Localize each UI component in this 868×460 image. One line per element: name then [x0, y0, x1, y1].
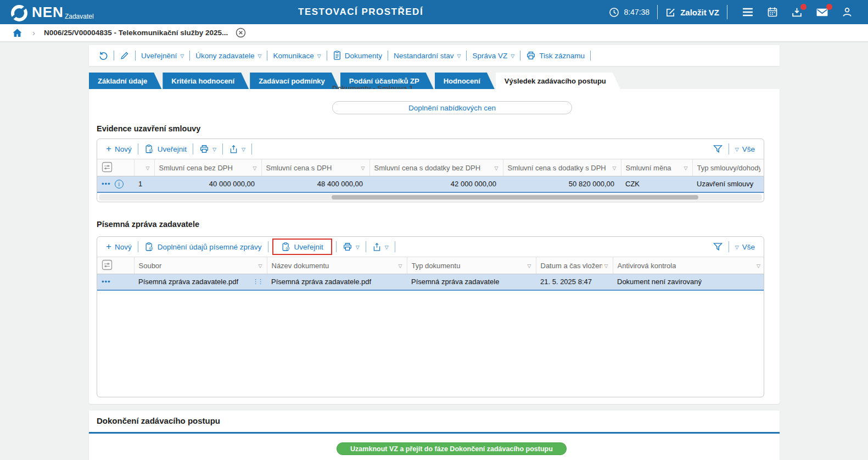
- export-button[interactable]: ▽: [226, 145, 249, 154]
- column-header[interactable]: Soubor▽: [134, 257, 267, 274]
- table-row[interactable]: ••• Písemná zpráva zadavatele.pdf ⋮⋮ Pís…: [97, 274, 764, 290]
- info-icon[interactable]: i: [115, 180, 124, 189]
- divider: [114, 51, 114, 60]
- menu-dokumenty[interactable]: Dokumenty: [331, 51, 384, 60]
- scrollbar-thumb[interactable]: [332, 195, 698, 199]
- chevron-down-icon: ▽: [242, 147, 245, 152]
- menu-nestandardni-stav[interactable]: Nestandardní stav▽: [391, 52, 463, 60]
- filter-caret-icon[interactable]: ▽: [396, 263, 402, 269]
- filter-caret-icon[interactable]: ▽: [251, 165, 257, 171]
- breadcrumb-title[interactable]: N006/25/V00004835 - Telekomunikační služ…: [44, 29, 228, 37]
- chevron-down-icon: ▽: [457, 53, 461, 59]
- chevron-down-icon: ▽: [212, 147, 216, 152]
- section-underline: [89, 432, 780, 434]
- record-tabs: Základní údaje Kritéria hodnocení Zadáva…: [89, 73, 780, 89]
- index-column-header[interactable]: ▽: [134, 159, 154, 176]
- typ-dokumentu-cell: Písemná zpráva zadavatele: [407, 274, 536, 290]
- column-header[interactable]: Datum a čas vložení▽: [536, 257, 613, 274]
- tab-zakladni-udaje[interactable]: Základní údaje: [89, 73, 161, 89]
- column-header[interactable]: Typ dokumentu▽: [407, 257, 536, 274]
- column-header[interactable]: Smluvní cena bez DPH▽: [154, 159, 261, 176]
- filter-caret-icon[interactable]: ▽: [754, 263, 760, 269]
- menu-uverejneni[interactable]: Uveřejnění▽: [139, 52, 186, 60]
- row-menu-icon[interactable]: •••: [102, 180, 111, 187]
- print-button[interactable]: ▽: [196, 144, 220, 154]
- filter-caret-icon[interactable]: ▽: [682, 165, 688, 171]
- doplneni-nabidkovych-cen-button[interactable]: Doplnění nabídkových cen: [332, 101, 572, 114]
- profile-button[interactable]: [842, 7, 853, 18]
- tab-zadavaci-podminky[interactable]: Zadávací podmínky: [250, 73, 339, 89]
- view-all-dropdown[interactable]: ▽ Vše: [732, 145, 758, 153]
- column-header[interactable]: Typ smlouvy/dohody: [692, 159, 764, 176]
- menu-komunikace[interactable]: Komunikace▽: [271, 52, 323, 60]
- export-icon: [229, 145, 238, 154]
- create-vz-button[interactable]: Založit VZ: [665, 7, 719, 18]
- pisemna-panel: + Nový Doplnění údajů písemné zprávy: [97, 236, 764, 397]
- lock-vz-button[interactable]: Uzamknout VZ a přejít do fáze Dokončení …: [337, 442, 567, 455]
- column-header[interactable]: Název dokumentu▽: [267, 257, 407, 274]
- table-row[interactable]: ••• i 1 40 000 000,00 48 400 000,00 42 0…: [97, 176, 764, 192]
- filter-caret-icon[interactable]: ▽: [602, 263, 608, 269]
- filter-caret-icon[interactable]: ▽: [492, 165, 499, 171]
- calendar-button[interactable]: [767, 7, 778, 18]
- doplneni-udaju-button[interactable]: Doplnění údajů písemné zprávy: [141, 242, 265, 252]
- evidence-table: ▽ Smluvní cena bez DPH▽ Smluvní cena s D…: [97, 159, 764, 193]
- divider: [388, 51, 388, 60]
- column-header[interactable]: Smluvní měna▽: [621, 159, 692, 176]
- menu-ukony-zadavatele[interactable]: Úkony zadavatele▽: [193, 52, 264, 60]
- tab-hodnoceni[interactable]: Hodnocení: [435, 73, 495, 89]
- filter-caret-icon[interactable]: ▽: [359, 165, 365, 171]
- column-header[interactable]: Smluvní cena s dodatky bez DPH▽: [369, 159, 503, 176]
- messages-button[interactable]: [816, 7, 828, 18]
- filter-caret-icon[interactable]: ▽: [611, 165, 617, 171]
- evidence-header-row: ▽ Smluvní cena bez DPH▽ Smluvní cena s D…: [97, 159, 764, 176]
- new-button[interactable]: + Nový: [103, 143, 135, 154]
- divider: [590, 51, 591, 60]
- export-button[interactable]: ▽: [369, 242, 392, 252]
- printer-icon: [343, 242, 352, 252]
- column-header[interactable]: Smluvní cena s dodatky s DPH▽: [503, 159, 621, 176]
- downloads-button[interactable]: [791, 7, 803, 18]
- chevron-down-icon: ▽: [258, 53, 262, 59]
- filter-button[interactable]: [710, 145, 726, 153]
- column-header[interactable]: Smluvní cena s DPH▽: [261, 159, 369, 176]
- print-record-button[interactable]: Tisk záznamu: [524, 51, 587, 60]
- row-menu-icon[interactable]: •••: [102, 278, 111, 285]
- divider: [657, 5, 658, 19]
- funnel-icon: [713, 242, 723, 251]
- filter-caret-icon[interactable]: ▽: [144, 165, 150, 171]
- filter-caret-icon[interactable]: ▽: [525, 263, 531, 269]
- printer-icon: [526, 51, 536, 60]
- column-settings-header[interactable]: [97, 257, 134, 274]
- publish-button[interactable]: Uveřejnit: [278, 242, 327, 252]
- home-icon[interactable]: [12, 28, 23, 38]
- drag-handle-icon[interactable]: ⋮⋮: [253, 279, 262, 285]
- column-settings-icon: [102, 162, 113, 173]
- divider: [727, 5, 727, 19]
- print-button[interactable]: ▽: [339, 242, 363, 252]
- tab-kriteria-hodnoceni[interactable]: Kritéria hodnocení: [163, 73, 249, 89]
- close-record-button[interactable]: [236, 27, 246, 38]
- divider: [729, 241, 729, 252]
- column-settings-header[interactable]: [97, 159, 134, 176]
- new-button[interactable]: + Nový: [103, 241, 135, 252]
- edit-button[interactable]: [117, 51, 132, 60]
- horizontal-scrollbar[interactable]: [99, 194, 762, 201]
- view-all-dropdown[interactable]: ▽ Vše: [732, 243, 758, 251]
- divider: [251, 143, 252, 154]
- annotation-highlight-box: Uveřejnit: [272, 239, 332, 255]
- publish-button[interactable]: Uveřejnit: [141, 144, 190, 154]
- tab-vysledek-zadavaciho-postupu[interactable]: Výsledek zadávacího postupu: [496, 73, 620, 89]
- menu-button[interactable]: [742, 7, 754, 17]
- filter-button[interactable]: [710, 242, 726, 251]
- nen-logo[interactable]: NEN Zadavatel: [11, 3, 94, 21]
- publish-clipboard-icon: [144, 144, 154, 154]
- cena-dodatky-bez-dph-cell: 42 000 000,00: [369, 176, 503, 192]
- messages-badge: [826, 4, 832, 10]
- soubor-cell: Písemná zpráva zadavatele.pdf ⋮⋮: [134, 274, 267, 290]
- menu-sprava-vz[interactable]: Správa VZ▽: [470, 52, 517, 60]
- filter-caret-icon[interactable]: ▽: [256, 263, 262, 269]
- column-header[interactable]: Antivirová kontrola▽: [613, 257, 764, 274]
- history-button[interactable]: [96, 51, 110, 61]
- divider: [466, 51, 467, 60]
